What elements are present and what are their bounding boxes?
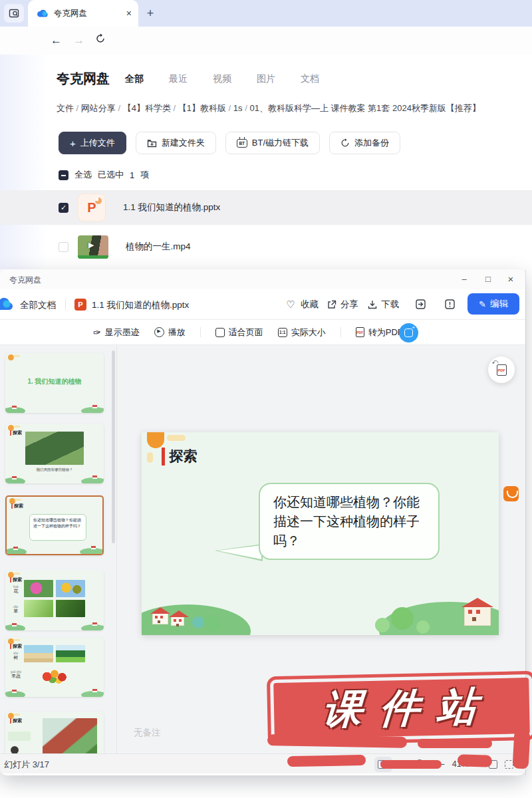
add-backup-button[interactable]: 添加备份 (329, 132, 400, 154)
workspace-button[interactable] (4, 4, 24, 23)
browser-tab[interactable]: 夸克网盘 × (28, 0, 138, 27)
transfer-icon (415, 299, 426, 310)
tab-all[interactable]: 全部 (125, 73, 144, 85)
file-row-pptx[interactable]: P 1.1 我们知道的植物.pptx (0, 190, 532, 225)
red-bar (162, 448, 165, 466)
thumbnail-6[interactable]: 探索 (5, 712, 104, 753)
row-checkbox-checked[interactable] (59, 203, 68, 213)
back-button[interactable]: ← (51, 34, 62, 47)
pdf-icon (497, 364, 507, 376)
thumbnail-3-selected[interactable]: 探索 你还知道哪些植物？你能描述一下这种植物的样子吗？ (5, 495, 104, 555)
mini-house (91, 546, 96, 549)
edit-button[interactable]: ✎编辑 (467, 293, 519, 315)
tree (192, 616, 204, 628)
play-button[interactable]: 播放 (154, 327, 186, 338)
quark-logo-icon (37, 9, 49, 18)
download-button[interactable]: 下载 (368, 299, 399, 311)
folder-plus-icon (147, 139, 157, 148)
select-all-label[interactable]: 全选 (74, 169, 92, 181)
fit-page-button[interactable]: 适合页面 (215, 327, 263, 338)
stamp-smudge (458, 754, 493, 767)
selected-unit: 项 (140, 169, 149, 181)
action-buttons: +上传文件 新建文件夹 BTBT/磁力链下载 添加备份 (59, 132, 400, 154)
breadcrumb-item[interactable]: 【1】教科版 (171, 103, 226, 113)
share-button[interactable]: 分享 (327, 299, 358, 311)
pdf-icon (356, 327, 364, 337)
backup-sync-icon (340, 138, 350, 148)
actual-size-button[interactable]: 1:1实际大小 (278, 327, 326, 338)
select-all-checkbox[interactable] (59, 170, 68, 180)
actual-size-icon: 1:1 (278, 328, 287, 337)
breadcrumb-item[interactable]: 网站分享 (74, 103, 116, 113)
quark-cloud-icon (0, 297, 14, 311)
breadcrumb-item[interactable]: 1s (226, 103, 243, 113)
forward-button[interactable]: → (73, 34, 84, 47)
thumbnail-2[interactable]: 探索 我们周围有哪些植物？ (5, 424, 104, 483)
feedback-button[interactable] (444, 299, 456, 310)
tab-recent[interactable]: 最近 (169, 73, 188, 85)
row-checkbox-empty[interactable] (59, 242, 68, 252)
breadcrumb-item[interactable]: 【4】科学类 (116, 103, 171, 113)
pptx-file-icon: P (78, 194, 106, 221)
right-corner-art (372, 589, 499, 635)
tab-close-icon[interactable]: × (126, 8, 132, 19)
sprout-photo (24, 600, 53, 617)
thumb-heading: 探索 (11, 503, 23, 509)
bubble-tail (217, 545, 261, 559)
thumbnail-scrollbar[interactable] (112, 350, 115, 543)
mini-house (92, 405, 97, 408)
bt-download-button[interactable]: BTBT/磁力链下载 (225, 132, 320, 154)
refresh-icon (95, 33, 106, 44)
thumbnail-5[interactable]: 探索 shù树 guǒ shū果蔬 (5, 637, 104, 697)
breadcrumb: 文件网站分享【4】科学类【1】教科版1s01、教科版科学—上 课件教案 第1套 … (57, 102, 532, 114)
upload-button[interactable]: +上传文件 (59, 132, 126, 154)
close-button[interactable]: × (503, 273, 519, 285)
thumb-heading: 探索 (10, 577, 22, 583)
all-docs-link[interactable]: 全部文档 (20, 299, 56, 311)
save-to-drive-button[interactable] (415, 299, 426, 310)
minimize-button[interactable]: – (456, 273, 472, 285)
show-ink-button[interactable]: ✑显示墨迹 (93, 327, 140, 338)
new-tab-button[interactable]: + (142, 5, 158, 21)
house (171, 616, 184, 626)
viewer-statusbar: 幻灯片 3/17 − 41% + (0, 753, 525, 773)
thumbnail-4[interactable]: 探索 huā花 cǎo草 (5, 571, 104, 630)
tab-doc[interactable]: 文档 (301, 73, 319, 85)
doc-name: 1.1 我们知道的植物.pptx (92, 299, 189, 311)
fruits-photo (37, 666, 72, 685)
maximize-button[interactable]: □ (480, 273, 496, 285)
tree (204, 615, 220, 631)
tab-image[interactable]: 图片 (257, 73, 275, 85)
file-name[interactable]: 植物的一生.mp4 (126, 241, 191, 253)
favorite-button[interactable]: ♡收藏 (285, 299, 319, 311)
mini-house (12, 476, 17, 479)
pdf-convert-float-button[interactable] (488, 356, 515, 383)
slide-heading: 探索 (162, 447, 198, 466)
breadcrumb-item[interactable]: 文件 (57, 103, 74, 113)
mini-character (11, 746, 19, 753)
refresh-button[interactable] (95, 33, 106, 47)
left-corner-art (142, 594, 235, 635)
watermark-stamp: 课件站 (273, 678, 530, 739)
thumbnail-panel: 1. 我们知道的植物 探索 我们周围有哪些植物？ 探索 (0, 345, 117, 753)
mini-house (12, 623, 17, 626)
video-thumbnail (78, 235, 108, 259)
thumbnail-1[interactable]: 1. 我们知道的植物 (5, 353, 104, 413)
divider (200, 327, 201, 337)
quark-float-button[interactable] (503, 486, 519, 501)
tree (375, 618, 390, 632)
house (464, 606, 491, 626)
tab-video[interactable]: 视频 (213, 73, 231, 85)
breadcrumb-item[interactable]: 01、教科版科学—上 课件教案 第1套 2024秋季新版【推荐】 (243, 103, 481, 113)
sun-bar (167, 435, 186, 441)
ink-pen-icon: ✑ (92, 327, 102, 338)
stamp-smudge (380, 760, 442, 769)
new-folder-button[interactable]: 新建文件夹 (136, 132, 216, 154)
to-pdf-button[interactable]: 转为PDF (356, 327, 403, 338)
file-name[interactable]: 1.1 我们知道的植物.pptx (123, 201, 220, 213)
selected-label: 已选中 (98, 169, 124, 181)
viewer-titlebar[interactable]: 夸克网盘 – □ × (0, 269, 525, 289)
ai-assistant-button[interactable] (399, 323, 418, 342)
file-row-mp4[interactable]: 植物的一生.mp4 (0, 229, 532, 264)
tree (416, 620, 430, 634)
